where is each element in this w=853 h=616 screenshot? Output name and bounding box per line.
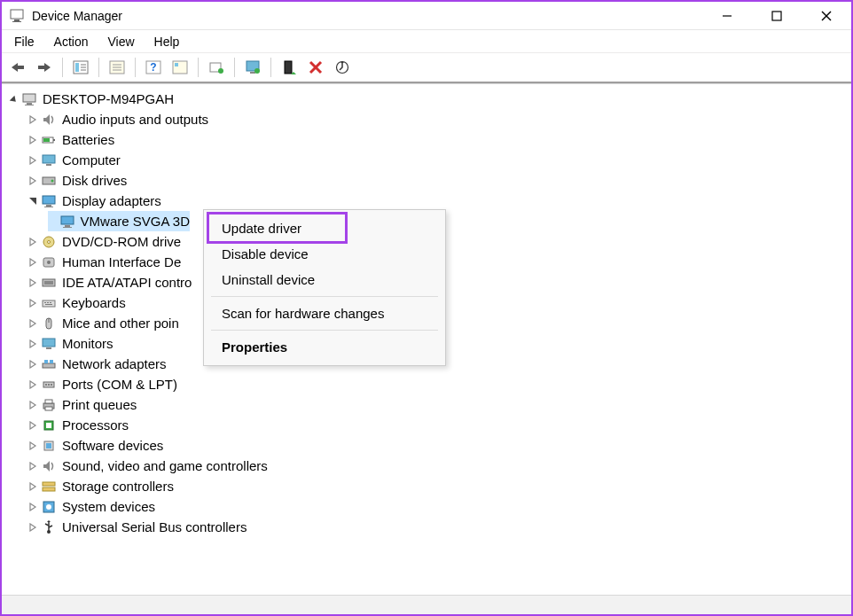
expander-icon[interactable] <box>27 154 39 167</box>
maximize-button[interactable] <box>752 2 802 30</box>
update-driver-button[interactable] <box>205 56 228 79</box>
svg-rect-37 <box>43 155 55 163</box>
tree-category-node[interactable]: Software devices <box>5 435 848 456</box>
svg-rect-75 <box>46 443 51 448</box>
hid-icon <box>41 254 57 270</box>
tree-category-node[interactable]: Processors <box>5 415 848 435</box>
menu-view[interactable]: View <box>98 33 143 51</box>
tree-category-node[interactable]: Storage controllers <box>5 476 848 496</box>
ctx-scan-hardware[interactable]: Scan for hardware changes <box>204 300 445 326</box>
monitor-icon <box>41 336 57 352</box>
expander-icon[interactable] <box>27 358 39 370</box>
tree-category-label: DVD/CD-ROM drive <box>62 232 181 252</box>
toolbar-separator <box>234 58 235 77</box>
back-button[interactable] <box>6 56 29 79</box>
svg-point-23 <box>218 68 223 74</box>
svg-rect-77 <box>43 487 55 491</box>
tree-category-node[interactable]: Universal Serial Bus controllers <box>5 517 848 537</box>
tree-device-node[interactable]: VMware SVGA 3D <box>48 211 190 231</box>
menu-file[interactable]: File <box>5 33 43 51</box>
svg-point-48 <box>48 240 51 243</box>
tree-category-label: Disk drives <box>62 171 127 191</box>
expander-icon[interactable] <box>27 378 39 391</box>
forward-button[interactable] <box>33 56 56 79</box>
svg-rect-43 <box>44 207 53 207</box>
cpu-icon <box>41 417 57 433</box>
expander-icon[interactable] <box>27 399 39 411</box>
toolbar-separator <box>62 58 63 77</box>
tree-category-node[interactable]: Audio inputs and outputs <box>5 109 848 129</box>
expander-icon[interactable] <box>27 134 39 146</box>
tree-category-label: Audio inputs and outputs <box>62 110 208 129</box>
expander-icon[interactable] <box>27 460 39 472</box>
display-icon <box>41 193 57 209</box>
svg-rect-70 <box>45 400 52 403</box>
ctx-uninstall-device[interactable]: Uninstall device <box>204 267 445 292</box>
mouse-icon <box>41 316 57 331</box>
tree-category-node[interactable]: Computer <box>5 150 848 170</box>
minimize-button[interactable] <box>702 2 752 30</box>
svg-rect-62 <box>43 363 55 368</box>
expander-icon[interactable] <box>27 277 39 289</box>
printer-icon <box>41 397 57 413</box>
expander-icon[interactable] <box>27 480 39 493</box>
scan-hardware-button[interactable] <box>331 56 354 79</box>
expander-icon[interactable] <box>27 256 39 269</box>
ctx-properties[interactable]: Properties <box>204 334 445 360</box>
expander-icon[interactable] <box>27 297 39 309</box>
expander-icon[interactable] <box>27 440 39 452</box>
keyboard-icon <box>41 295 57 311</box>
svg-rect-4 <box>772 12 781 20</box>
show-hide-tree-button[interactable] <box>69 56 92 79</box>
svg-rect-33 <box>25 105 34 105</box>
action-button[interactable] <box>168 56 192 79</box>
svg-rect-21 <box>175 63 178 66</box>
tree-category-node[interactable]: Sound, video and game controllers <box>5 456 848 476</box>
system-icon <box>41 499 57 515</box>
menubar: File Action View Help <box>2 30 851 53</box>
tree-category-label: System devices <box>62 497 155 517</box>
tree-category-node[interactable]: Disk drives <box>5 170 848 191</box>
disable-device-button[interactable] <box>278 56 301 79</box>
svg-rect-1 <box>14 19 20 21</box>
tree-category-label: Software devices <box>62 436 163 456</box>
expander-icon[interactable] <box>27 175 39 187</box>
enable-device-button[interactable] <box>241 56 264 79</box>
expander-icon[interactable] <box>27 501 39 513</box>
tree-category-node[interactable]: Display adapters <box>5 191 848 211</box>
tree-root-node[interactable]: DESKTOP-M94PGAH <box>5 89 848 109</box>
svg-rect-53 <box>43 300 55 307</box>
properties-button[interactable] <box>106 56 129 79</box>
svg-point-67 <box>48 384 50 386</box>
network-icon <box>41 356 57 372</box>
tree-category-node[interactable]: Print queues <box>5 394 848 415</box>
expander-icon[interactable] <box>27 113 39 126</box>
tree-category-label: Network adapters <box>62 355 167 374</box>
expander-icon[interactable] <box>7 93 20 105</box>
tree-category-node[interactable]: System devices <box>5 496 848 517</box>
expander-icon[interactable] <box>27 236 39 248</box>
expander-icon[interactable] <box>27 419 39 432</box>
menu-action[interactable]: Action <box>45 33 98 51</box>
svg-rect-38 <box>46 164 51 166</box>
expander-icon[interactable] <box>27 195 39 207</box>
ctx-disable-device[interactable]: Disable device <box>204 241 445 267</box>
svg-rect-55 <box>47 302 49 303</box>
tree-category-node[interactable]: Batteries <box>5 129 848 150</box>
window-controls <box>702 2 851 29</box>
display-icon <box>59 214 75 230</box>
port-icon <box>41 377 57 393</box>
close-button[interactable] <box>802 2 851 30</box>
tree-category-label: Processors <box>62 416 129 435</box>
svg-point-79 <box>46 504 51 510</box>
expander-icon[interactable] <box>27 338 39 350</box>
expander-icon[interactable] <box>27 317 39 330</box>
expander-icon[interactable] <box>27 521 39 534</box>
help-button[interactable]: ? <box>142 56 165 79</box>
tree-category-node[interactable]: Ports (COM & LPT) <box>5 374 848 394</box>
uninstall-device-button[interactable] <box>304 56 327 79</box>
svg-rect-42 <box>46 205 51 207</box>
svg-rect-32 <box>27 103 32 105</box>
ctx-update-driver[interactable]: Update driver <box>204 215 445 241</box>
menu-help[interactable]: Help <box>145 33 189 51</box>
